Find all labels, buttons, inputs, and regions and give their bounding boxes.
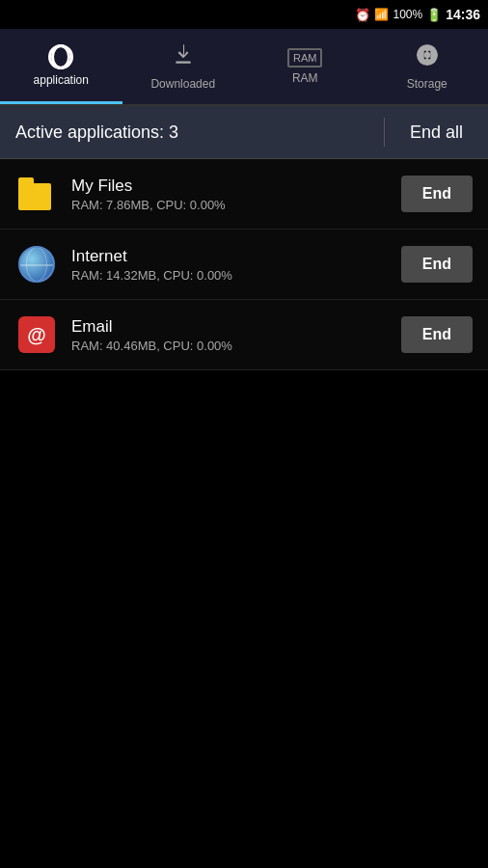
tab-application-label: application (34, 73, 89, 87)
tab-ram[interactable]: RAM RAM (244, 29, 366, 104)
active-apps-label: Active applications: 3 (15, 122, 384, 143)
empty-area (0, 370, 488, 804)
status-time: 14:36 (446, 7, 480, 22)
email-icon: @ (15, 313, 58, 356)
table-row: @ Email RAM: 40.46MB, CPU: 0.00% End (0, 300, 488, 370)
end-all-button[interactable]: End all (400, 117, 473, 149)
table-row: Internet RAM: 14.32MB, CPU: 0.00% End (0, 230, 488, 300)
battery-icon: 🔋 (426, 8, 442, 22)
download-icon (171, 42, 196, 73)
signal-icon: 📶 (374, 8, 389, 21)
internet-end-button[interactable]: End (401, 246, 473, 283)
header-row: Active applications: 3 End all (0, 106, 488, 159)
tab-application[interactable]: application (0, 29, 122, 104)
tab-storage[interactable]: Storage (366, 29, 489, 104)
tab-bar: application Downloaded RAM RAM Storage (0, 29, 488, 106)
internet-info: Internet RAM: 14.32MB, CPU: 0.00% (71, 247, 388, 283)
alarm-icon: ⏰ (355, 8, 370, 22)
tab-storage-label: Storage (407, 77, 447, 91)
internet-name: Internet (71, 247, 388, 266)
status-bar: ⏰ 📶 100% 🔋 14:36 (0, 0, 488, 29)
email-info: Email RAM: 40.46MB, CPU: 0.00% (71, 317, 388, 353)
my-files-info: My Files RAM: 7.86MB, CPU: 0.00% (71, 176, 388, 212)
application-icon (48, 44, 73, 69)
email-name: Email (71, 317, 388, 337)
app-list: My Files RAM: 7.86MB, CPU: 0.00% End Int… (0, 159, 488, 370)
internet-stats: RAM: 14.32MB, CPU: 0.00% (71, 268, 388, 283)
svg-point-0 (424, 52, 431, 59)
ram-icon: RAM (287, 48, 322, 68)
my-files-icon (15, 173, 58, 215)
tab-downloaded[interactable]: Downloaded (122, 29, 245, 104)
battery-percent: 100% (393, 8, 422, 21)
header-divider (384, 118, 385, 147)
internet-icon (15, 243, 58, 285)
my-files-stats: RAM: 7.86MB, CPU: 0.00% (71, 198, 388, 212)
email-stats: RAM: 40.46MB, CPU: 0.00% (71, 339, 388, 353)
tab-downloaded-label: Downloaded (150, 77, 215, 91)
my-files-name: My Files (71, 176, 388, 196)
tab-ram-label: RAM (292, 71, 318, 85)
table-row: My Files RAM: 7.86MB, CPU: 0.00% End (0, 159, 488, 230)
email-end-button[interactable]: End (401, 316, 473, 353)
my-files-end-button[interactable]: End (401, 176, 473, 212)
storage-icon (415, 42, 440, 73)
